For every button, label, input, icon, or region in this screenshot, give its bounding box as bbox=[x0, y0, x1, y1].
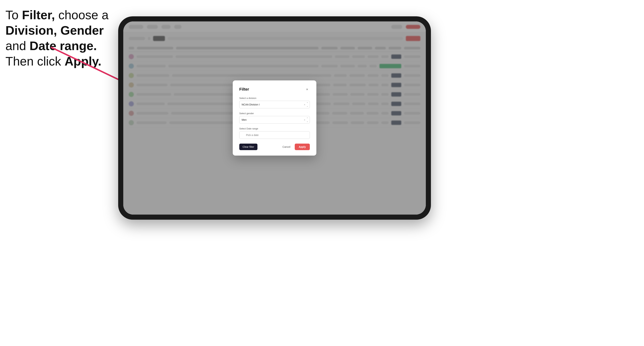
filter-bold: Filter, bbox=[22, 8, 55, 22]
cancel-button[interactable]: Cancel bbox=[280, 144, 293, 150]
modal-overlay: Filter × Select a division NCAA Division… bbox=[123, 21, 426, 215]
apply-button[interactable]: Apply bbox=[295, 144, 310, 150]
gender-group: Select gender Men Women × ⌃⌄ bbox=[239, 112, 310, 124]
instruction-line1: To Filter, choose a bbox=[6, 8, 108, 22]
date-input-wrapper: 📅 bbox=[239, 131, 310, 139]
modal-footer: Clear filter Cancel Apply bbox=[239, 144, 310, 150]
date-group: Select Date range 📅 bbox=[239, 127, 310, 139]
division-gender-bold: Division, Gender bbox=[6, 23, 104, 37]
gender-clear-icon[interactable]: × bbox=[304, 119, 305, 121]
footer-right: Cancel Apply bbox=[280, 144, 310, 150]
date-label: Select Date range bbox=[239, 127, 310, 130]
instruction-text: To Filter, choose a Division, Gender and… bbox=[6, 7, 108, 69]
date-input[interactable] bbox=[239, 131, 310, 139]
gender-select-wrapper: Men Women × ⌃⌄ bbox=[239, 116, 310, 124]
apply-bold: Apply. bbox=[64, 54, 102, 68]
gender-label: Select gender bbox=[239, 112, 310, 115]
close-button[interactable]: × bbox=[304, 87, 310, 92]
tablet-frame: Filter × Select a division NCAA Division… bbox=[118, 16, 431, 220]
filter-modal: Filter × Select a division NCAA Division… bbox=[233, 80, 316, 156]
clear-filter-button[interactable]: Clear filter bbox=[239, 144, 258, 150]
division-select-wrapper: NCAA Division I NCAA Division II NCAA Di… bbox=[239, 101, 310, 108]
gender-select[interactable]: Men Women bbox=[239, 116, 310, 124]
tablet-screen: Filter × Select a division NCAA Division… bbox=[123, 21, 426, 215]
modal-header: Filter × bbox=[239, 87, 310, 92]
division-select[interactable]: NCAA Division I NCAA Division II NCAA Di… bbox=[239, 101, 310, 108]
date-range-bold: Date range. bbox=[30, 39, 97, 53]
division-group: Select a division NCAA Division I NCAA D… bbox=[239, 97, 310, 108]
division-clear-icon[interactable]: × bbox=[304, 103, 305, 106]
modal-title: Filter bbox=[239, 87, 249, 92]
division-label: Select a division bbox=[239, 97, 310, 99]
instruction-line3: and Date range. bbox=[6, 39, 97, 53]
instruction-line4: Then click Apply. bbox=[6, 54, 102, 68]
